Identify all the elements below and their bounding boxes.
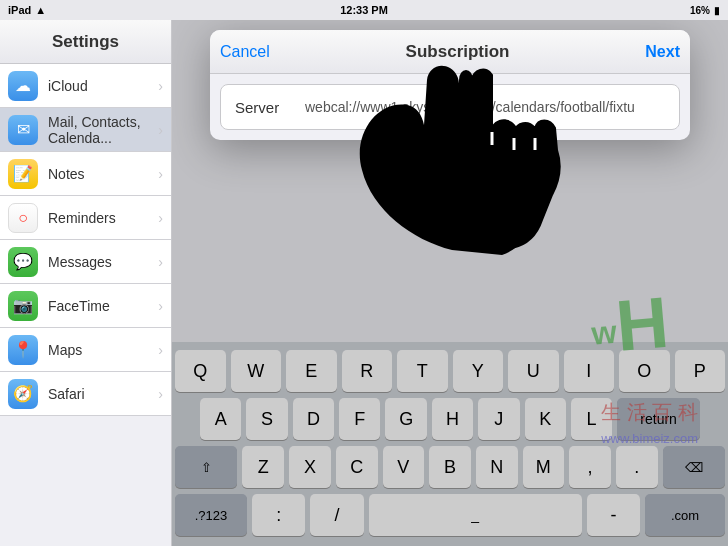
- chevron-right-icon: ›: [158, 298, 163, 314]
- chevron-right-icon: ›: [158, 166, 163, 182]
- battery-icon: ▮: [714, 5, 720, 16]
- content-area: Cancel Subscription Next Server webcal:/…: [172, 20, 728, 546]
- chevron-right-icon: ›: [158, 122, 163, 138]
- status-time: 12:33 PM: [340, 4, 388, 16]
- sidebar-item-notes-label: Notes: [48, 166, 148, 182]
- mail-icon: ✉: [8, 115, 38, 145]
- sidebar-item-reminders-label: Reminders: [48, 210, 148, 226]
- sidebar-item-reminders[interactable]: ○ Reminders ›: [0, 196, 171, 240]
- messages-icon: 💬: [8, 247, 38, 277]
- sidebar-item-icloud[interactable]: ☁ iCloud ›: [0, 64, 171, 108]
- sidebar-item-safari[interactable]: 🧭 Safari ›: [0, 372, 171, 416]
- chevron-right-icon: ›: [158, 210, 163, 226]
- modal-nav: Cancel Subscription Next: [210, 30, 690, 74]
- wh-watermark: wH: [587, 281, 671, 369]
- chevron-right-icon: ›: [158, 78, 163, 94]
- sidebar-item-notes[interactable]: 📝 Notes ›: [0, 152, 171, 196]
- sidebar-item-safari-label: Safari: [48, 386, 148, 402]
- w-letter: w: [590, 314, 618, 352]
- subscription-modal: Cancel Subscription Next Server webcal:/…: [210, 30, 690, 140]
- sidebar-item-messages[interactable]: 💬 Messages ›: [0, 240, 171, 284]
- facetime-icon: 📷: [8, 291, 38, 321]
- icloud-icon: ☁: [8, 71, 38, 101]
- h-letter: H: [613, 282, 672, 366]
- sidebar-item-mail-label: Mail, Contacts, Calenda...: [48, 114, 148, 146]
- cancel-button[interactable]: Cancel: [220, 43, 270, 61]
- notes-icon: 📝: [8, 159, 38, 189]
- server-label: Server: [235, 99, 305, 116]
- status-bar: iPad ▲ 12:33 PM 16% ▮: [0, 0, 728, 20]
- main-layout: Settings ☁ iCloud › ✉ Mail, Contacts, Ca…: [0, 20, 728, 546]
- battery-text: 16%: [690, 5, 710, 16]
- sidebar-item-mail[interactable]: ✉ Mail, Contacts, Calenda... ›: [0, 108, 171, 152]
- sidebar-item-maps[interactable]: 📍 Maps ›: [0, 328, 171, 372]
- status-right: 16% ▮: [690, 5, 720, 16]
- sidebar: Settings ☁ iCloud › ✉ Mail, Contacts, Ca…: [0, 20, 172, 546]
- server-value: webcal://www1.skysports.com/calendars/fo…: [305, 99, 665, 115]
- sidebar-item-messages-label: Messages: [48, 254, 148, 270]
- sidebar-item-facetime-label: FaceTime: [48, 298, 148, 314]
- modal-body: Server webcal://www1.skysports.com/calen…: [220, 84, 680, 130]
- reminders-icon: ○: [8, 203, 38, 233]
- sidebar-item-maps-label: Maps: [48, 342, 148, 358]
- wifi-icon: ▲: [35, 4, 46, 16]
- chevron-right-icon: ›: [158, 342, 163, 358]
- next-button[interactable]: Next: [645, 43, 680, 61]
- sidebar-item-facetime[interactable]: 📷 FaceTime ›: [0, 284, 171, 328]
- maps-icon: 📍: [8, 335, 38, 365]
- sidebar-header: Settings: [0, 20, 171, 64]
- chevron-right-icon: ›: [158, 386, 163, 402]
- modal-title: Subscription: [406, 42, 510, 62]
- carrier-text: iPad: [8, 4, 31, 16]
- status-left: iPad ▲: [8, 4, 46, 16]
- cn-watermark: 生 活 百 科: [601, 398, 698, 426]
- server-field: Server webcal://www1.skysports.com/calen…: [221, 85, 679, 129]
- chevron-right-icon: ›: [158, 254, 163, 270]
- url-watermark: www.bimeiz.com: [601, 431, 698, 446]
- sidebar-item-icloud-label: iCloud: [48, 78, 148, 94]
- safari-icon: 🧭: [8, 379, 38, 409]
